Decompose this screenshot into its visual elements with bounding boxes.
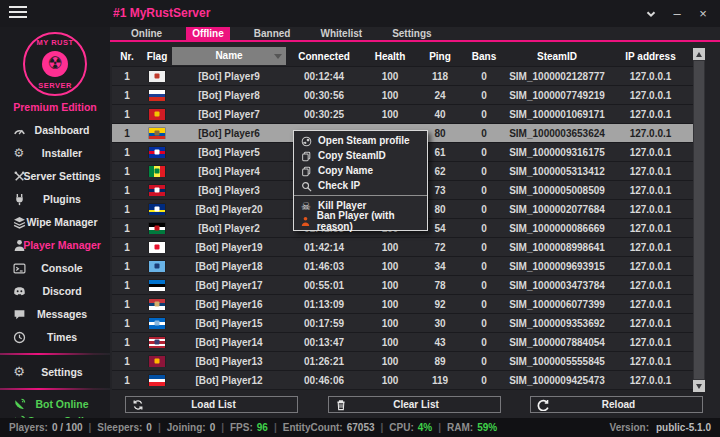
cell-connected: 00:17:59 (286, 318, 362, 329)
cell-steamid: SIM_1000007749219 (506, 90, 608, 101)
tools-icon (12, 168, 26, 182)
cell-health: 100 (362, 261, 418, 272)
titlebar: #1 MyRustServer – × (0, 0, 720, 27)
cell-bans: 0 (462, 204, 506, 215)
cell-flag (142, 127, 172, 139)
cell-bans: 0 (462, 318, 506, 329)
table-row[interactable]: 1[Bot] Player1901:42:14100720SIM_1000008… (112, 238, 705, 257)
sidebar-item-plugins[interactable]: Plugins (0, 187, 110, 210)
statusbar-separator: | (274, 422, 277, 433)
table-row[interactable]: 1[Bot] Player800:30:56100240SIM_10000077… (112, 86, 705, 105)
context-menu-item-ban-player-with-reason-[interactable]: Ban Player (with reason) (294, 213, 427, 228)
sidebar-item-dashboard[interactable]: Dashboard (0, 118, 110, 141)
flag-icon (149, 261, 165, 272)
column-header-name[interactable]: Name (172, 47, 286, 65)
sidebar-item-messages[interactable]: Messages (0, 302, 110, 325)
statusbar-value: 0 (210, 422, 216, 433)
column-header-steamid[interactable]: SteamID (506, 51, 608, 62)
cell-steamid: SIM_1000001069171 (506, 109, 608, 120)
cell-name: [Bot] Player12 (172, 375, 286, 386)
cell-bans: 0 (462, 280, 506, 291)
context-menu-item-copy-steamid[interactable]: Copy SteamID (294, 148, 427, 163)
flag-emblem (155, 264, 160, 269)
table-row[interactable]: 1[Bot] Player700:30:25100400SIM_10000010… (112, 105, 705, 124)
column-header-ip[interactable]: IP address (608, 51, 693, 62)
cell-bans: 0 (462, 185, 506, 196)
table-row[interactable]: 1[Bot] Player1700:55:01100780SIM_1000003… (112, 276, 705, 295)
cell-ping: 92 (418, 299, 462, 310)
column-header-connected[interactable]: Connected (286, 51, 362, 62)
cell-ping: 89 (418, 356, 462, 367)
scrollbar-thumb[interactable] (694, 61, 704, 379)
table-row[interactable]: 1[Bot] Player1500:17:59100300SIM_1000009… (112, 314, 705, 333)
cell-flag (142, 374, 172, 386)
cell-steamid: SIM_1000008998641 (506, 242, 608, 253)
column-header-flag[interactable]: Flag (142, 51, 172, 62)
flag-icon (149, 90, 165, 101)
cell-connected: 01:13:09 (286, 299, 362, 310)
column-header-bans[interactable]: Bans (462, 51, 506, 62)
table-row[interactable]: 1[Bot] Player1400:13:47100430SIM_1000007… (112, 333, 705, 352)
sidebar-item-player-manager[interactable]: Player Manager (0, 233, 110, 256)
flag-emblem (155, 188, 160, 193)
scroll-up-icon[interactable] (693, 48, 705, 60)
window-title: #1 MyRustServer (113, 0, 210, 27)
reload-icon (531, 396, 555, 414)
scrollbar[interactable] (693, 48, 705, 392)
sidebar-item-discord[interactable]: Discord (0, 279, 110, 302)
clear-list-button[interactable]: Clear List (328, 396, 501, 413)
reload-button[interactable]: Reload (530, 396, 703, 413)
context-menu-item-check-ip[interactable]: Check IP (294, 178, 427, 193)
flag-icon (149, 166, 165, 177)
cell-flag (142, 222, 172, 234)
hamburger-menu-icon[interactable] (9, 6, 27, 20)
cell-health: 100 (362, 242, 418, 253)
table-row[interactable]: 1[Bot] Player1301:26:21100890SIM_1000005… (112, 352, 705, 371)
tab-banned[interactable]: Banned (248, 27, 297, 40)
table-header: Nr.FlagNameConnectedHealthPingBansSteamI… (112, 46, 705, 66)
statusbar-segment-sleepers: Sleepers:0 (97, 422, 152, 433)
statusbar-segment-joining: Joining:0 (167, 422, 215, 433)
tab-underline (110, 40, 720, 42)
sidebar-item-wipe-manager[interactable]: Wipe Manager (0, 210, 110, 233)
table-row[interactable]: 1[Bot] Player1801:46:03100340SIM_1000009… (112, 257, 705, 276)
sidebar-item-settings[interactable]: ⚙Settings (0, 360, 110, 383)
cell-health: 100 (362, 299, 418, 310)
cell-steamid: SIM_1000003473784 (506, 280, 608, 291)
copy-icon (294, 164, 318, 177)
column-header-nr[interactable]: Nr. (112, 51, 142, 62)
context-menu-item-open-steam-profile[interactable]: Open Steam profile (294, 133, 427, 148)
edition-label: Premium Edition (13, 101, 96, 113)
column-header-health[interactable]: Health (362, 51, 418, 62)
statusbar-separator: | (89, 422, 92, 433)
load-list-button[interactable]: Load List (125, 396, 298, 413)
context-menu-item-copy-name[interactable]: Copy Name (294, 163, 427, 178)
sidebar-item-server-settings[interactable]: Server Settings (0, 164, 110, 187)
sidebar-item-installer[interactable]: ⚙Installer (0, 141, 110, 164)
close-button[interactable]: × (690, 0, 716, 27)
flag-icon (149, 128, 165, 139)
table-row[interactable]: 1[Bot] Player1200:46:061001190SIM_100000… (112, 371, 705, 390)
cell-ping: 119 (418, 375, 462, 386)
cell-connected: 00:55:01 (286, 280, 362, 291)
flag-emblem (155, 74, 160, 79)
sort-arrow-icon (274, 54, 282, 59)
sidebar-item-times[interactable]: Times (0, 325, 110, 348)
person-icon (12, 237, 26, 251)
button-label: Load List (150, 399, 297, 410)
tab-whitelist[interactable]: Whitelist (314, 27, 368, 40)
context-menu-divider (294, 195, 427, 196)
window-dropdown-button[interactable] (638, 0, 664, 27)
minimize-button[interactable]: – (664, 0, 690, 27)
cell-name: [Bot] Player19 (172, 242, 286, 253)
column-header-ping[interactable]: Ping (418, 51, 462, 62)
tab-offline[interactable]: Offline (186, 27, 230, 40)
tab-settings[interactable]: Settings (386, 27, 437, 40)
cell-ip: 127.0.0.1 (608, 299, 693, 310)
tab-online[interactable]: Online (125, 27, 168, 40)
table-row[interactable]: 1[Bot] Player1601:13:09100920SIM_1000006… (112, 295, 705, 314)
cell-connected: 01:26:21 (286, 356, 362, 367)
sidebar-item-console[interactable]: Console (0, 256, 110, 279)
table-row[interactable]: 1[Bot] Player900:12:441001180SIM_1000002… (112, 67, 705, 86)
scroll-down-icon[interactable] (693, 380, 705, 392)
